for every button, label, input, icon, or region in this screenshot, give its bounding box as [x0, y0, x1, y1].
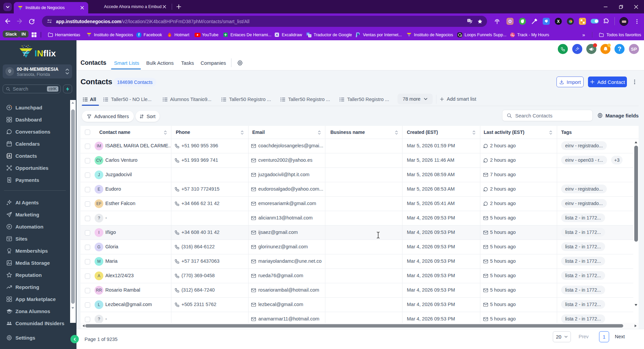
svg-text:文: 文: [468, 19, 470, 22]
svg-text:文: 文: [309, 34, 311, 37]
